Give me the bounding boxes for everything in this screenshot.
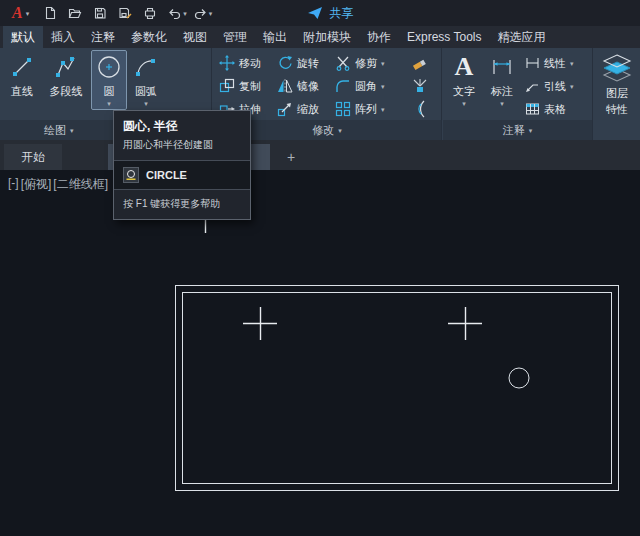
tab-express-tools[interactable]: Express Tools [399, 26, 489, 48]
share-label: 共享 [329, 5, 353, 22]
tab-collaborate[interactable]: 协作 [359, 26, 399, 48]
chevron-down-icon[interactable]: ▾ [107, 100, 111, 107]
table-button[interactable]: 表格 [525, 99, 566, 119]
mirror-label: 镜像 [297, 79, 319, 94]
mirror-button[interactable]: 镜像 [277, 76, 319, 96]
tab-insert[interactable]: 插入 [43, 26, 83, 48]
polyline-button[interactable]: 多段线 [42, 51, 90, 109]
visual-style-menu-button[interactable]: [二维线框] [53, 176, 108, 193]
share-button[interactable]: 共享 [307, 5, 353, 22]
center-mark-left [243, 307, 277, 340]
erase-button[interactable] [409, 53, 431, 73]
save-button[interactable] [89, 3, 111, 23]
array-icon [335, 101, 351, 117]
circle-label: 圆 [104, 84, 115, 99]
drawing-canvas[interactable]: [-] [俯视] [二维线框] [0, 170, 640, 536]
arc-button[interactable]: 圆弧 ▾ [128, 51, 164, 109]
chevron-down-icon[interactable]: ▾ [570, 60, 574, 67]
new-file-button[interactable] [39, 3, 61, 23]
redo-button[interactable]: ▾ [193, 6, 213, 20]
tab-manage[interactable]: 管理 [215, 26, 255, 48]
explode-icon [410, 77, 430, 95]
copy-icon [219, 78, 235, 94]
annotation-panel: A 文字 ▾ 标注 ▾ 线性 ▾ 引线 ▾ 表格 [443, 48, 593, 140]
start-tab-label: 开始 [21, 149, 45, 166]
explode-button[interactable] [409, 76, 431, 96]
trim-icon [335, 55, 351, 71]
trim-button[interactable]: 修剪 ▾ [335, 53, 385, 73]
autocad-window: A ▾ ▾ ▾ [0, 0, 640, 536]
tooltip-title: 圆心, 半径 [114, 111, 250, 138]
drawing-rectangle-outer [176, 286, 619, 491]
new-file-icon [43, 6, 57, 20]
tab-addins[interactable]: 附加模块 [295, 26, 359, 48]
draw-panel-label: 绘图 [44, 123, 66, 138]
center-mark-right [448, 307, 482, 340]
leader-icon [525, 79, 540, 93]
chevron-down-icon[interactable]: ▾ [381, 106, 385, 113]
chevron-down-icon[interactable]: ▾ [183, 10, 187, 17]
file-tab-start[interactable]: 开始 [4, 144, 62, 170]
chevron-down-icon: ▾ [26, 10, 30, 17]
move-icon [219, 55, 235, 71]
text-label: 文字 [453, 84, 475, 99]
linear-dimension-button[interactable]: 线性 ▾ [525, 53, 574, 73]
chevron-down-icon[interactable]: ▾ [462, 100, 466, 107]
plot-button[interactable] [139, 3, 161, 23]
copy-button[interactable]: 复制 [219, 76, 261, 96]
chevron-down-icon: ▾ [338, 127, 342, 134]
line-button[interactable]: 直线 [4, 51, 40, 109]
chevron-down-icon: ▾ [70, 127, 74, 134]
mirror-icon [277, 78, 293, 94]
layer-properties-button[interactable]: 图层 特性 [596, 51, 638, 135]
leader-button[interactable]: 引线 ▾ [525, 76, 574, 96]
new-drawing-button[interactable]: + [282, 148, 300, 166]
layers-icon [601, 53, 633, 83]
annotation-panel-title[interactable]: 注释 ▾ [443, 120, 592, 140]
dimension-button[interactable]: 标注 ▾ [484, 51, 520, 109]
redo-icon [193, 6, 208, 20]
layer-panel: 图层 特性 [594, 48, 640, 140]
app-menu-button[interactable]: A ▾ [6, 4, 35, 22]
copy-label: 复制 [239, 79, 261, 94]
array-button[interactable]: 阵列 ▾ [335, 99, 385, 119]
text-button[interactable]: A 文字 ▾ [447, 51, 481, 109]
undo-icon [167, 6, 182, 20]
fillet-label: 圆角 [355, 79, 377, 94]
tab-view[interactable]: 视图 [175, 26, 215, 48]
view-menu-button[interactable]: [俯视] [21, 176, 52, 193]
tab-home[interactable]: 默认 [3, 26, 43, 48]
polyline-icon [55, 56, 77, 78]
erase-icon [410, 54, 430, 72]
undo-button[interactable]: ▾ [167, 6, 187, 20]
tab-parametric[interactable]: 参数化 [123, 26, 175, 48]
chevron-down-icon[interactable]: ▾ [500, 100, 504, 107]
annotation-panel-label: 注释 [503, 123, 525, 138]
chevron-down-icon[interactable]: ▾ [381, 60, 385, 67]
move-button[interactable]: 移动 [219, 53, 261, 73]
chevron-down-icon[interactable]: ▾ [381, 83, 385, 90]
viewport-controls: [-] [俯视] [二维线框] [8, 176, 108, 193]
circle-button[interactable]: 圆 ▾ [92, 51, 126, 109]
array-label: 阵列 [355, 102, 377, 117]
dimension-icon [491, 56, 513, 78]
tab-featured-apps[interactable]: 精选应用 [489, 26, 553, 48]
drawn-circle [509, 368, 529, 388]
rotate-button[interactable]: 旋转 [277, 53, 319, 73]
table-icon [525, 102, 540, 116]
tab-output[interactable]: 输出 [255, 26, 295, 48]
viewport-menu-button[interactable]: [-] [8, 176, 19, 193]
chevron-down-icon[interactable]: ▾ [570, 83, 574, 90]
polyline-label: 多段线 [50, 84, 83, 99]
chevron-down-icon[interactable]: ▾ [209, 10, 213, 17]
fillet-button[interactable]: 圆角 ▾ [335, 76, 385, 96]
scale-button[interactable]: 缩放 [277, 99, 319, 119]
save-as-button[interactable] [114, 3, 136, 23]
quick-access-toolbar: ▾ ▾ [39, 3, 212, 23]
tab-annotate[interactable]: 注释 [83, 26, 123, 48]
tooltip-description: 用圆心和半径创建圆 [114, 138, 250, 160]
chevron-down-icon[interactable]: ▾ [144, 100, 148, 107]
offset-button[interactable] [409, 99, 431, 119]
open-file-button[interactable] [64, 3, 86, 23]
text-icon: A [455, 51, 474, 83]
